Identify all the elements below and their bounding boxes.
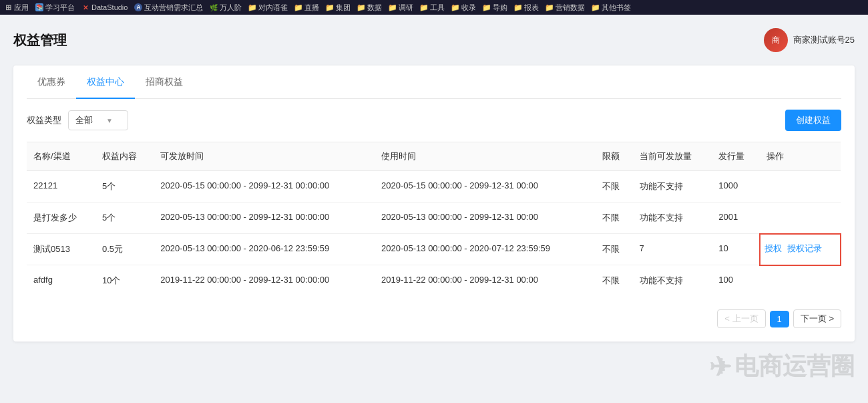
page-header: 权益管理 商 商家测试账号25: [13, 28, 855, 52]
folder-icon-data: 📁: [357, 3, 365, 11]
next-page-button[interactable]: 下一页 >: [793, 309, 841, 328]
cell-limit: 不限: [596, 171, 633, 203]
col-available-time: 可发放时间: [154, 142, 375, 171]
tab-coupon[interactable]: 优惠券: [27, 65, 76, 99]
tab-merchant-benefit[interactable]: 招商权益: [135, 65, 194, 99]
cell-issue-amount: 2001: [712, 203, 759, 234]
table-row: 是打发多少5个2020-05-13 00:00:00 - 2099-12-31 …: [27, 203, 841, 234]
authorize-link[interactable]: 授权: [765, 243, 782, 255]
cell-limit: 不限: [596, 203, 633, 234]
topbar-report[interactable]: 📁 报表: [514, 3, 539, 13]
type-select[interactable]: 全部 ▼: [68, 110, 128, 130]
cell-name: afdfg: [27, 265, 95, 297]
cell-actions: [760, 265, 841, 297]
cell-available-time: 2019-11-22 00:00:00 - 2099-12-31 00:00:0…: [154, 265, 375, 297]
folder-icon-collect: 📁: [451, 3, 459, 11]
filter-type-label: 权益类型: [27, 114, 61, 126]
cell-issue-amount: 100: [712, 265, 759, 297]
folder-icon-tools: 📁: [420, 3, 428, 11]
folder-icon-marketing-data: 📁: [546, 3, 554, 11]
data-table: 名称/渠道 权益内容 可发放时间 使用时间 限额 当前可发放量 发行量 操作 2…: [27, 142, 841, 296]
topbar-data[interactable]: 📁 数据: [357, 3, 382, 13]
cell-use-time: 2020-05-13 00:00:00 - 2099-12-31 00:00: [375, 203, 596, 234]
content-card: 优惠券 权益中心 招商权益 权益类型 全部 ▼ 创建权益 名称/渠道 权益内容 …: [13, 65, 855, 342]
cell-actions: [760, 171, 841, 203]
folder-icon-yuque: 📁: [248, 3, 256, 11]
prev-page-button[interactable]: < 上一页: [717, 309, 765, 328]
cell-name: 22121: [27, 171, 95, 203]
cell-current-available: 功能不支持: [633, 265, 712, 297]
cell-actions: [760, 203, 841, 234]
topbar-group[interactable]: 📁 集团: [326, 3, 351, 13]
topbar-tools[interactable]: 📁 工具: [420, 3, 445, 13]
folder-icon-guide: 📁: [483, 3, 491, 11]
cell-content: 10个: [95, 265, 154, 297]
cell-use-time: 2019-11-22 00:00:00 - 2099-12-31 00:00: [375, 265, 596, 297]
cell-use-time: 2020-05-15 00:00:00 - 2099-12-31 00:00: [375, 171, 596, 203]
topbar-datastudio[interactable]: ✕ DataStudio: [81, 3, 128, 11]
book-icon: 📚: [35, 3, 43, 11]
col-use-time: 使用时间: [375, 142, 596, 171]
topbar-other-bookmarks[interactable]: 📁 其他书签: [592, 3, 631, 13]
tabs: 优惠券 权益中心 招商权益: [27, 65, 841, 99]
cell-available-time: 2020-05-15 00:00:00 - 2099-12-31 00:00:0…: [154, 171, 375, 203]
topbar-wanrenjie[interactable]: 🌿 万人阶: [210, 3, 242, 13]
topbar-survey[interactable]: 📁 调研: [389, 3, 413, 13]
cell-name: 测试0513: [27, 234, 95, 265]
cell-actions: 授权授权记录: [760, 234, 841, 265]
col-issue-amount: 发行量: [712, 142, 759, 171]
tab-benefit-center[interactable]: 权益中心: [76, 65, 135, 99]
create-benefit-button[interactable]: 创建权益: [785, 110, 841, 131]
cell-content: 5个: [95, 203, 154, 234]
type-select-value: 全部: [75, 114, 93, 126]
cell-limit: 不限: [596, 265, 633, 297]
avatar: 商: [764, 28, 788, 52]
col-actions: 操作: [760, 142, 841, 171]
cell-available-time: 2020-05-13 00:00:00 - 2020-06-12 23:59:5…: [154, 234, 375, 265]
cell-name: 是打发多少: [27, 203, 95, 234]
topbar-yuque[interactable]: 📁 对内语雀: [248, 3, 288, 13]
cell-issue-amount: 10: [712, 234, 759, 265]
cell-current-available: 7: [633, 234, 712, 265]
cell-current-available: 功能不支持: [633, 203, 712, 234]
table-header-row: 名称/渠道 权益内容 可发放时间 使用时间 限额 当前可发放量 发行量 操作: [27, 142, 841, 171]
col-content: 权益内容: [95, 142, 154, 171]
topbar-xuexipingtai[interactable]: 📚 学习平台: [35, 3, 75, 13]
cell-content: 0.5元: [95, 234, 154, 265]
folder-icon-broadcast: 📁: [294, 3, 302, 11]
cell-issue-amount: 1000: [712, 171, 759, 203]
topbar-broadcast[interactable]: 📁 直播: [294, 3, 319, 13]
cell-content: 5个: [95, 171, 154, 203]
chevron-down-icon: ▼: [106, 117, 113, 124]
user-name: 商家测试账号25: [793, 34, 855, 46]
authorize-record-link[interactable]: 授权记录: [787, 243, 822, 255]
filter-row: 权益类型 全部 ▼ 创建权益: [27, 110, 841, 131]
action-links: 授权授权记录: [765, 243, 836, 255]
folder-icon-bookmarks: 📁: [592, 3, 600, 11]
cell-limit: 不限: [596, 234, 633, 265]
user-info: 商 商家测试账号25: [764, 28, 855, 52]
table-row: 测试05130.5元2020-05-13 00:00:00 - 2020-06-…: [27, 234, 841, 265]
topbar-interactive-marketing[interactable]: A 互动营销需求汇总: [134, 3, 203, 13]
filter-left: 权益类型 全部 ▼: [27, 110, 128, 130]
topbar-guide[interactable]: 📁 导购: [483, 3, 507, 13]
col-name: 名称/渠道: [27, 142, 95, 171]
cell-current-available: 功能不支持: [633, 171, 712, 203]
col-limit: 限额: [596, 142, 633, 171]
col-current-available: 当前可发放量: [633, 142, 712, 171]
topbar-marketing-data[interactable]: 📁 营销数据: [546, 3, 585, 13]
folder-icon-group: 📁: [326, 3, 334, 11]
topbar-apps[interactable]: ⊞ 应用: [4, 3, 29, 13]
folder-icon-report: 📁: [514, 3, 522, 11]
table-row: 221215个2020-05-15 00:00:00 - 2099-12-31 …: [27, 171, 841, 203]
cell-available-time: 2020-05-13 00:00:00 - 2099-12-31 00:00:0…: [154, 203, 375, 234]
pagination: < 上一页 1 下一页 >: [27, 309, 841, 328]
app-grid-icon: ⊞: [4, 3, 12, 11]
page-title: 权益管理: [13, 31, 67, 49]
topbar: ⊞ 应用 📚 学习平台 ✕ DataStudio A 互动营销需求汇总 🌿 万人…: [0, 0, 868, 15]
page-1-button[interactable]: 1: [770, 311, 789, 327]
topbar-collect[interactable]: 📁 收录: [451, 3, 476, 13]
folder-icon-survey: 📁: [389, 3, 397, 11]
cell-use-time: 2020-05-13 00:00:00 - 2020-07-12 23:59:5…: [375, 234, 596, 265]
leaf-icon: 🌿: [210, 3, 218, 11]
